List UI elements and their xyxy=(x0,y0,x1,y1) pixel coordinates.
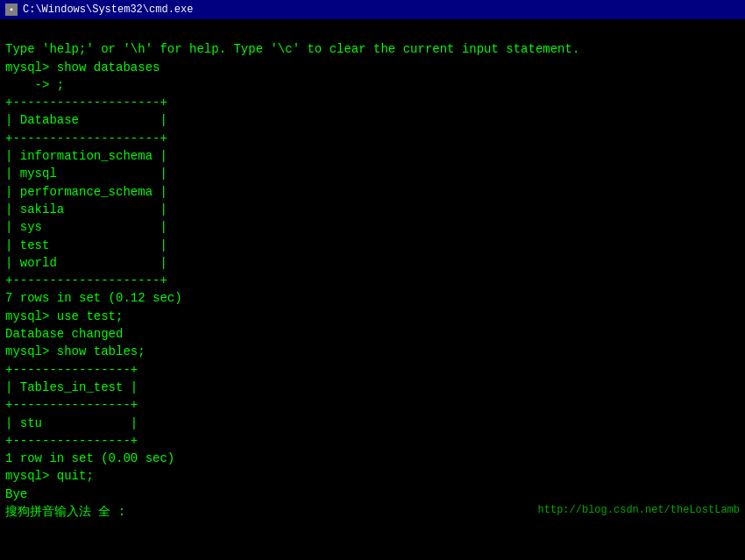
watermark: http://blog.csdn.net/theLostLamb xyxy=(538,503,740,521)
terminal-line: +--------------------+ xyxy=(5,94,740,111)
terminal-line: Type 'help;' or '\h' for help. Type '\c'… xyxy=(5,40,740,58)
terminal-line: | information_schema | xyxy=(5,147,740,165)
terminal-line: mysql> show databases xyxy=(5,59,740,76)
terminal-line: | Tables_in_test | xyxy=(5,379,740,396)
terminal-line: -> ; xyxy=(5,76,740,94)
title-text: C:\Windows\System32\cmd.exe xyxy=(23,4,193,16)
terminal-line: | Database | xyxy=(5,111,740,129)
terminal-line: Bye xyxy=(5,486,740,503)
terminal-line: Database changed xyxy=(5,325,740,343)
cmd-icon: ▪ xyxy=(5,4,18,16)
terminal-line: 搜狗拼音输入法 全 : xyxy=(5,503,125,521)
terminal-line: +----------------+ xyxy=(5,396,740,414)
terminal-line: | test | xyxy=(5,237,740,254)
terminal-line: | sys | xyxy=(5,218,740,236)
terminal-line: | sakila | xyxy=(5,201,740,218)
terminal-line: +----------------+ xyxy=(5,361,740,379)
terminal-line: mysql> quit; xyxy=(5,467,740,485)
terminal-line: +--------------------+ xyxy=(5,272,740,289)
terminal-line: +----------------+ xyxy=(5,432,740,450)
title-bar: ▪ C:\Windows\System32\cmd.exe xyxy=(0,0,745,19)
terminal-line: +--------------------+ xyxy=(5,130,740,147)
terminal-line: 1 row in set (0.00 sec) xyxy=(5,450,740,467)
terminal-line: mysql> use test; xyxy=(5,308,740,325)
terminal-line: mysql> show tables; xyxy=(5,343,740,360)
terminal-line: | world | xyxy=(5,254,740,272)
terminal-line: | stu | xyxy=(5,415,740,432)
terminal-line: | mysql | xyxy=(5,165,740,182)
terminal-window[interactable]: Type 'help;' or '\h' for help. Type '\c'… xyxy=(0,19,745,560)
terminal-line: 7 rows in set (0.12 sec) xyxy=(5,289,740,307)
terminal-last-line: 搜狗拼音输入法 全 :http://blog.csdn.net/theLostL… xyxy=(5,503,740,521)
terminal-line: | performance_schema | xyxy=(5,183,740,201)
